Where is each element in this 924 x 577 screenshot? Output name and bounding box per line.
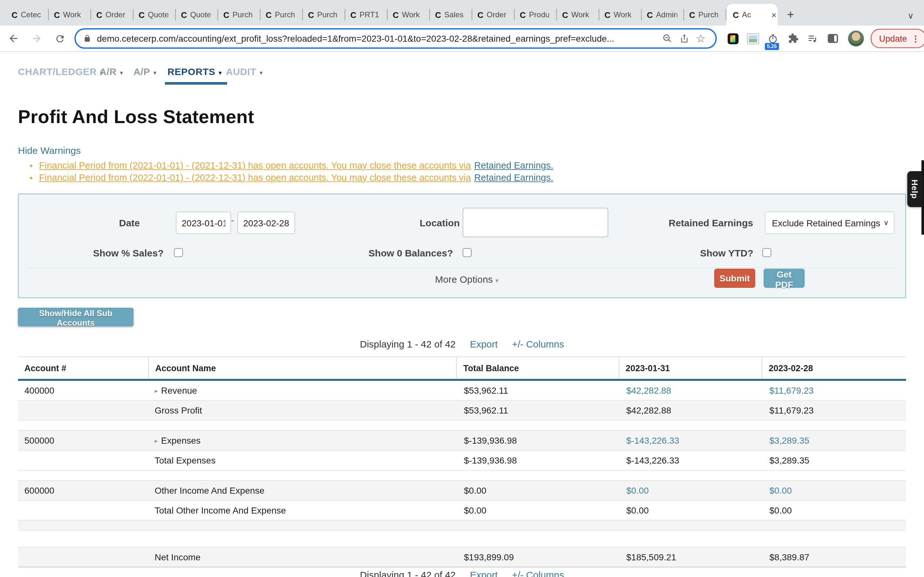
cetec-favicon-icon: C: [11, 10, 18, 19]
profile-avatar[interactable]: [848, 30, 864, 47]
browser-tab[interactable]: C Quote: [176, 4, 218, 26]
header-account-number[interactable]: Account #: [18, 357, 148, 379]
url-text[interactable]: demo.cetecerp.com/accounting/ext_profit_…: [97, 33, 659, 44]
new-tab-button[interactable]: +: [782, 6, 800, 24]
expand-arrow-icon[interactable]: ▸: [155, 387, 158, 394]
warning-text[interactable]: Financial Period from (2021-01-01) - (20…: [39, 160, 471, 171]
tab-label: PRT1: [360, 10, 386, 19]
table-row: 500000 ▸Expenses $-139,936.98 $-143,226.…: [18, 431, 906, 451]
cetec-favicon-icon: C: [223, 10, 229, 19]
toggle-subaccounts-button[interactable]: Show/Hide All Sub Accounts: [18, 308, 134, 326]
browser-tab[interactable]: C Purch: [303, 4, 345, 26]
submit-button[interactable]: Submit: [714, 269, 755, 288]
show-ytd-checkbox[interactable]: [762, 248, 771, 257]
share-icon[interactable]: [676, 30, 692, 47]
caret-down-icon: ▾: [260, 69, 263, 76]
browser-tab[interactable]: C Work: [49, 4, 91, 26]
browser-tab[interactable]: C Work: [599, 4, 642, 26]
get-pdf-button[interactable]: Get PDF: [764, 269, 804, 288]
browser-tab[interactable]: C Purch: [684, 4, 726, 26]
tab-close-icon[interactable]: ×: [772, 11, 776, 19]
show-ytd-label: Show YTD?: [700, 247, 753, 258]
zoom-page-icon[interactable]: [659, 30, 676, 47]
bookmark-star-icon[interactable]: ☆: [692, 30, 709, 47]
show-zero-checkbox[interactable]: [463, 248, 472, 257]
tab-search-chevron-icon[interactable]: ∨: [908, 11, 914, 21]
cell-feb[interactable]: $11,679.23: [762, 381, 906, 400]
retained-earnings-link[interactable]: Retained Earnings.: [474, 171, 553, 183]
browser-tab[interactable]: C PRT1: [345, 4, 388, 26]
cell-account-name: Total Other Income And Expense: [148, 501, 456, 520]
app-navbar: CHART/LEDGER▾ A/R▾ A/P▾ REPORTS▾ AUDIT▾: [0, 52, 924, 89]
browser-tab[interactable]: C Produ: [515, 4, 557, 26]
browser-tab[interactable]: C Cetec: [6, 4, 49, 26]
nav-ap[interactable]: A/P▾: [134, 66, 157, 77]
cetec-favicon-icon: C: [96, 10, 102, 19]
cell-jan[interactable]: $42,282.88: [619, 381, 762, 400]
browser-tab[interactable]: C Order: [472, 4, 515, 26]
forward-button[interactable]: [27, 29, 46, 48]
columns-toggle-link[interactable]: +/- Columns: [512, 569, 564, 577]
browser-tab[interactable]: C Admin: [642, 4, 684, 26]
header-feb[interactable]: 2023-02-28: [762, 357, 906, 379]
retained-earnings-link[interactable]: Retained Earnings.: [474, 160, 553, 171]
panel-divider: [27, 268, 897, 268]
cetec-favicon-icon: C: [733, 10, 739, 19]
browser-tab[interactable]: C Order: [91, 4, 134, 26]
reload-button[interactable]: [50, 29, 69, 48]
cell-feb[interactable]: $3,289.35: [762, 431, 906, 450]
screenshot-extension-icon[interactable]: [743, 29, 763, 48]
cell-feb[interactable]: $0.00: [762, 481, 906, 500]
pager-top: Displaying 1 - 42 of 42 Export +/- Colum…: [18, 338, 906, 350]
cell-account-number: [18, 501, 148, 520]
nav-audit[interactable]: AUDIT▾: [226, 66, 263, 77]
export-link[interactable]: Export: [470, 338, 498, 350]
address-bar[interactable]: demo.cetecerp.com/accounting/ext_profit_…: [74, 28, 717, 49]
playlist-extension-icon[interactable]: [803, 29, 822, 48]
nav-ar[interactable]: A/R▾: [99, 66, 123, 77]
cetec-favicon-icon: C: [393, 10, 399, 19]
nav-reports[interactable]: REPORTS▾: [168, 66, 222, 77]
warning-item: • Financial Period from (2021-01-01) - (…: [29, 160, 553, 171]
browser-tab[interactable]: C Quote: [134, 4, 176, 26]
browser-tab[interactable]: C Work: [557, 4, 599, 26]
tab-label: Produ: [529, 10, 556, 19]
tab-label: Purch: [698, 10, 725, 19]
columns-toggle-link[interactable]: +/- Columns: [512, 338, 564, 350]
date-range-separator: -: [231, 215, 234, 225]
displaying-text: Displaying 1 - 42 of 42: [360, 569, 456, 577]
header-total-balance[interactable]: Total Balance: [456, 357, 619, 379]
more-options-link[interactable]: More Options▾: [435, 274, 499, 285]
nav-chart-ledger[interactable]: CHART/LEDGER▾: [18, 66, 103, 77]
browser-tab[interactable]: C Purch: [218, 4, 260, 26]
hide-warnings-link[interactable]: Hide Warnings: [18, 145, 81, 156]
browser-tab[interactable]: C Sales: [430, 4, 472, 26]
location-input[interactable]: [463, 208, 608, 237]
update-button[interactable]: Update ⋮: [871, 29, 924, 48]
help-tab[interactable]: Help: [907, 171, 922, 207]
cetec-favicon-icon: C: [351, 10, 357, 19]
browser-tab[interactable]: C Work: [388, 4, 430, 26]
cell-account-number: 400000: [18, 381, 148, 400]
table-row: 400000 ▸Revenue $53,962.11 $42,282.88 $1…: [18, 381, 906, 401]
side-panel-icon[interactable]: [822, 29, 843, 48]
header-account-name[interactable]: Account Name: [148, 357, 456, 379]
back-button[interactable]: [4, 29, 23, 48]
document-extension-icon[interactable]: [723, 29, 743, 48]
select-chevron-icon: ∨: [884, 219, 889, 227]
browser-menu-dots-icon[interactable]: ⋮: [911, 34, 920, 43]
show-sales-checkbox[interactable]: [174, 248, 183, 257]
export-link[interactable]: Export: [470, 569, 498, 577]
active-tab-accounting[interactable]: C Ac ×: [726, 4, 778, 26]
retained-earnings-select[interactable]: Exclude Retained Earnings On 'A ∨: [765, 211, 895, 234]
timer-extension-icon[interactable]: 5.26: [763, 29, 783, 48]
browser-tab[interactable]: C Purch: [260, 4, 303, 26]
header-jan[interactable]: 2023-01-31: [619, 357, 762, 379]
warning-text[interactable]: Financial Period from (2022-01-01) - (20…: [39, 171, 471, 183]
cell-jan[interactable]: $-143,226.33: [619, 431, 762, 450]
date-to-input[interactable]: [237, 211, 295, 234]
cell-jan[interactable]: $0.00: [619, 481, 762, 500]
date-from-input[interactable]: [176, 211, 231, 234]
expand-arrow-icon[interactable]: ▸: [155, 437, 158, 444]
extensions-puzzle-icon[interactable]: [783, 29, 803, 48]
